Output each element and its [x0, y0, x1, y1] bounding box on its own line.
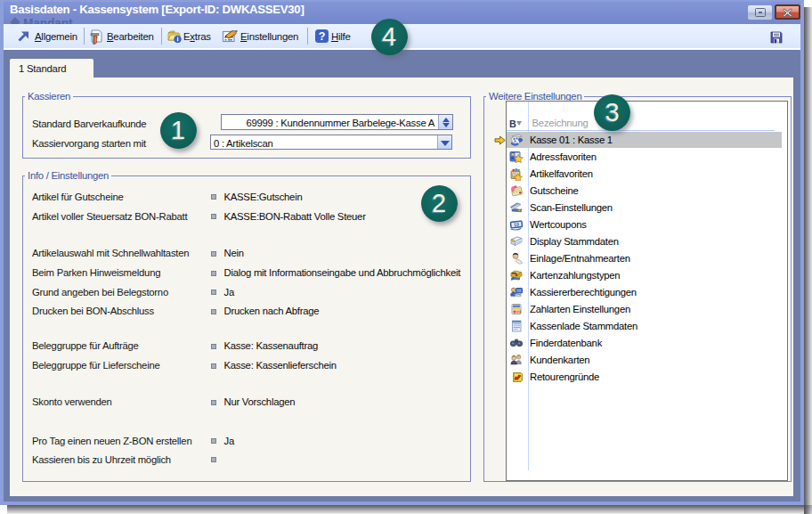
- svg-text:10: 10: [514, 221, 519, 227]
- svg-text:?: ?: [319, 30, 326, 43]
